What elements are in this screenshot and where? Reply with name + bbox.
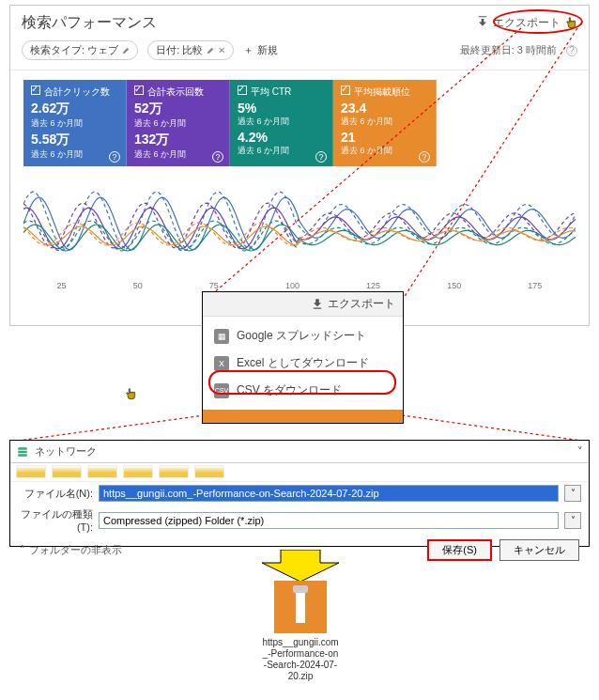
metric-impressions[interactable]: 合計表示回数 52万 過去 6 か月間 132万 過去 6 か月間 ?	[127, 80, 230, 166]
help-icon[interactable]: ?	[419, 151, 430, 163]
help-icon[interactable]: ?	[566, 45, 577, 56]
network-icon	[16, 445, 29, 459]
metric-cards: 合計クリック数 2.62万 過去 6 か月間 5.58万 過去 6 か月間 ? …	[10, 70, 589, 172]
folder-hide-toggle[interactable]: ˄ フォルダーの非表示	[20, 543, 122, 557]
sheets-icon: ▦	[214, 329, 229, 344]
folder-icon[interactable]	[16, 465, 46, 478]
excel-icon: X	[214, 356, 229, 371]
folder-icon[interactable]	[194, 465, 224, 478]
filetype-label: ファイルの種類(T):	[18, 507, 93, 533]
help-icon[interactable]: ?	[109, 151, 120, 163]
cancel-button[interactable]: キャンセル	[499, 539, 579, 561]
filename-label: ファイル名(N):	[18, 487, 93, 501]
filetype-input[interactable]	[99, 512, 559, 529]
zip-icon	[274, 581, 327, 633]
dropdown-icon[interactable]: ˅	[564, 512, 581, 529]
pencil-icon	[122, 47, 130, 54]
add-filter[interactable]: ＋ 新規	[243, 43, 278, 57]
chip-date[interactable]: 日付: 比較 ✕	[147, 40, 234, 60]
line-chart	[23, 172, 576, 275]
svg-line-2	[11, 415, 205, 442]
pencil-icon	[207, 47, 214, 54]
svg-line-3	[402, 415, 588, 442]
down-arrow-icon	[262, 550, 339, 582]
export-button[interactable]: エクスポート	[311, 296, 395, 312]
folder-strip	[10, 463, 589, 482]
performance-panel: 検索パフォーマンス エクスポート 検索タイプ: ウェブ 日付: 比較 ✕ ＋ 新…	[9, 5, 590, 326]
help-icon[interactable]: ?	[315, 151, 327, 163]
orange-strip	[203, 410, 403, 423]
chevron-down-icon[interactable]: ˅	[577, 445, 583, 458]
download-icon	[476, 15, 489, 31]
filetype-row: ファイルの種類(T): ˅	[10, 505, 589, 536]
page-title: 検索パフォーマンス	[22, 13, 157, 33]
export-label: エクスポート	[493, 15, 561, 31]
export-dropdown: エクスポート ▦ Google スプレッドシート X Excel としてダウンロ…	[202, 291, 404, 424]
chip-search-type[interactable]: 検索タイプ: ウェブ	[22, 40, 138, 60]
svg-marker-4	[262, 550, 339, 582]
filename-input[interactable]	[99, 485, 559, 502]
export-csv[interactable]: CSV CSV をダウンロード	[203, 377, 403, 404]
metric-position[interactable]: 平均掲載順位 23.4 過去 6 か月間 21 過去 6 か月間 ?	[333, 80, 437, 166]
csv-icon: CSV	[214, 383, 229, 398]
checkbox-icon	[134, 86, 144, 95]
folder-icon[interactable]	[123, 465, 153, 478]
zip-file[interactable]: https__gungii.com_-Performance-on-Search…	[262, 581, 339, 682]
save-button[interactable]: 保存(S)	[427, 539, 492, 561]
folder-icon[interactable]	[87, 465, 117, 478]
checkbox-icon	[341, 86, 350, 95]
folder-icon[interactable]	[159, 465, 189, 478]
save-dialog: ネットワーク ˅ ファイル名(N): ˅ ファイルの種類(T): ˅ ˄ フォル…	[9, 440, 590, 547]
filter-row: 検索タイプ: ウェブ 日付: 比較 ✕ ＋ 新規 最終更新日: 3 時間前 ?	[10, 37, 589, 70]
help-icon[interactable]: ?	[212, 151, 223, 163]
checkbox-icon	[31, 86, 40, 95]
download-icon	[311, 298, 324, 311]
last-updated: 最終更新日: 3 時間前	[460, 43, 557, 57]
chip-close-icon[interactable]: ✕	[218, 45, 225, 55]
dropdown-icon[interactable]: ˅	[564, 485, 581, 502]
chevron-up-icon: ˄	[20, 544, 25, 556]
export-google-sheets[interactable]: ▦ Google スプレッドシート	[203, 322, 403, 350]
filename-row: ファイル名(N): ˅	[10, 482, 589, 505]
plus-icon: ＋	[243, 43, 253, 57]
hand-cursor-icon	[564, 17, 577, 30]
metric-clicks[interactable]: 合計クリック数 2.62万 過去 6 か月間 5.58万 過去 6 か月間 ?	[23, 80, 127, 166]
folder-icon[interactable]	[52, 465, 82, 478]
metric-ctr[interactable]: 平均 CTR 5% 過去 6 か月間 4.2% 過去 6 か月間 ?	[230, 80, 333, 166]
zip-filename: https__gungii.com_-Performance-on-Search…	[262, 637, 339, 682]
checkbox-icon	[238, 86, 247, 95]
chart-area	[10, 172, 589, 279]
export-excel[interactable]: X Excel としてダウンロード	[203, 350, 403, 377]
hand-cursor-icon	[124, 388, 137, 401]
dialog-location[interactable]: ネットワーク ˅	[10, 441, 589, 463]
export-button[interactable]: エクスポート	[476, 15, 577, 31]
